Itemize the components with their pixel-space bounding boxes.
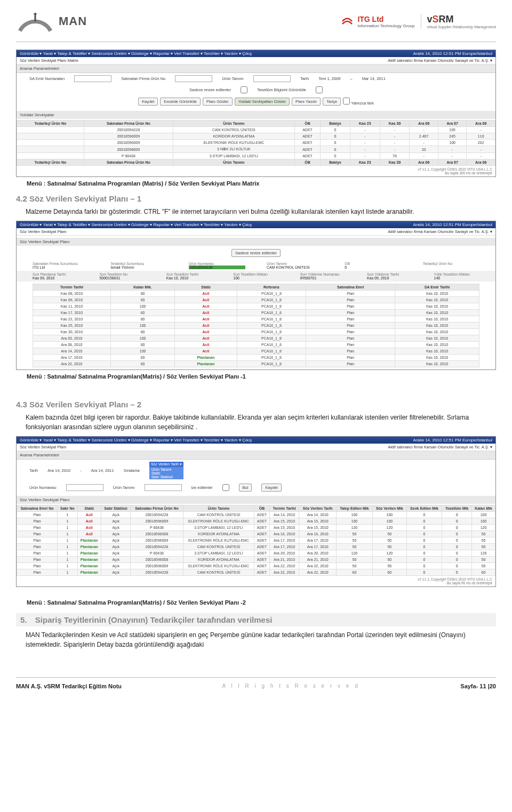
- siralama-label: Sıralama: [124, 468, 140, 473]
- app-menu[interactable]: Görüntüle ▾ Yarat ▾ Talep & Teklifler ▾ …: [20, 51, 252, 56]
- bul-button[interactable]: Bul: [239, 484, 252, 492]
- urun-tan-label: Ürün Tanımı: [113, 485, 135, 490]
- table-row: Plan1PlanlananAçık20018594228CAM KONTROL…: [17, 569, 495, 576]
- footer-right: Sayfa- 11 |20: [460, 683, 496, 689]
- sa-emir-label: SA Emir Numaraları: [29, 76, 65, 81]
- kaydet-button[interactable]: Kaydet: [261, 484, 281, 492]
- column-header: Söz Verilen Mik: [372, 505, 406, 512]
- urun-num-input[interactable]: [66, 484, 103, 491]
- column-header: Ara 06: [410, 120, 438, 127]
- screenshot-1: Görüntüle ▾ Yarat ▾ Talep & Teklifler ▾ …: [16, 50, 496, 177]
- sadece-checkbox[interactable]: [241, 86, 247, 93]
- firm-selector[interactable]: Aktif satınalıcı firma Karsan Otomotiv S…: [388, 229, 492, 234]
- table-row: Plan1AcilAçık20018594228CAM KONTROL ÜNİT…: [17, 512, 495, 518]
- table-row: 20018596009ELEKTRONİK RÖLE KUTUSU-EMCADE…: [17, 140, 495, 146]
- section-5-title: Sipariş Teyitlerinin (Onayının) Tedarikç…: [35, 615, 273, 624]
- tarih-to: Mar 14, 2011: [362, 76, 386, 81]
- itg-swoosh-icon: [340, 14, 354, 28]
- table-row: Plan1AcilAçıkP 804383.STOP LAMBASI, 12 L…: [17, 525, 495, 531]
- app-clock: Aralık 14, 2010 12:51 PM Europe/Istanbul: [413, 438, 492, 443]
- plan-detail-table: Termin TarihiKalan Mik.StatüReferansSatı…: [33, 284, 479, 367]
- firm-selector[interactable]: Aktif satınalıcı firma Karsan Otomotiv S…: [388, 445, 492, 449]
- column-header: Satınalma Emri No: [17, 505, 58, 512]
- toolbar-button[interactable]: Planı Göster: [203, 98, 233, 106]
- sort-option[interactable]: Statü: [151, 471, 181, 475]
- copyright-line: v7.11.1, Copyright ©2001-2010 VITG USA L…: [20, 167, 492, 171]
- column-header: Ürün Tanımı: [173, 120, 294, 127]
- yalnizca-checkbox[interactable]: [343, 98, 350, 104]
- toolbar-button[interactable]: Kaydet: [138, 98, 158, 106]
- app-menu[interactable]: Görüntüle ▾ Yarat ▾ Talep & Teklifler ▾ …: [20, 222, 252, 227]
- man-arc-icon: [16, 10, 54, 33]
- section-5-heading: 5. Sipariş Teyitlerinin (Onayının) Tedar…: [16, 613, 496, 626]
- table-row: Kas 22, 201080AcilPCA16_1_8PlanKas 10, 2…: [33, 316, 479, 323]
- table-row: Kas 25, 2010100AcilPCA16_1_8PlanKas 10, …: [33, 323, 479, 329]
- urun-tanimi-label: Ürün Tanımı: [222, 76, 244, 81]
- column-header: Ara 07: [438, 120, 467, 127]
- table-row: 20018594228CAM KONTROL ÜNİTESİADET0---19…: [17, 127, 495, 133]
- caption-3: Menü : Satınalma/ Satınalma Programları(…: [27, 599, 496, 606]
- vsrm-subline: virtual Supplier Relationship Management: [427, 25, 496, 29]
- man-logo: MAN: [16, 10, 87, 33]
- section-yoldaki: Yoldaki Sevkiyalar: [17, 111, 495, 119]
- table-row: Ara 14, 2010100AcilPCA16_1_8PlanKas 10, …: [33, 348, 479, 355]
- tarih-label: Tarih: [300, 76, 309, 81]
- sat-firma-input[interactable]: [175, 75, 212, 82]
- table-row: Kas 09, 201060AcilPCA16_1_8PlanKas 10, 2…: [33, 297, 479, 303]
- section-5-num: 5.: [20, 615, 27, 624]
- toolbar-button[interactable]: Planı Yazdır: [292, 98, 321, 106]
- column-header: ÖB: [254, 505, 269, 512]
- app-menu[interactable]: Görüntüle ▾ Yarat ▾ Talep & Teklifler ▾ …: [20, 438, 252, 443]
- table-row: Kas 08, 201080AcilPCA16_1_8PlanKas 10, 2…: [33, 291, 479, 297]
- column-header: Bakiye: [321, 120, 350, 127]
- column-header: Statü: [175, 284, 237, 291]
- toolbar-button[interactable]: Excelde Görüntüle: [160, 98, 201, 106]
- section-5-body: MAN Tedarikçilerinden Kesin ve Acil stat…: [26, 631, 496, 649]
- sort-option[interactable]: Ürün Tanımı: [151, 468, 181, 471]
- toolbar-button[interactable]: Yoldaki Sevkiyatları Göster: [235, 98, 290, 106]
- plan-summary-table: Satınalma Emri NoSatır NoStatüSatır Stat…: [17, 505, 495, 576]
- sort-option[interactable]: Satır Statüsü: [151, 475, 181, 479]
- table-row: Kas 30, 201080AcilPCA16_1_8PlanKas 10, 2…: [33, 329, 479, 335]
- table-row: P 804383.STOP LAMBASI, 12 LED'LİADET0-78…: [17, 153, 495, 159]
- table-row: Plan1PlanlananAçıkP 804383.STOP LAMBASI,…: [17, 550, 495, 557]
- column-header: ÖB: [294, 120, 320, 127]
- breadcrumb: Söz Verilen Sevkiyat Planı: [20, 445, 67, 449]
- firm-selector[interactable]: Aktif satınalıcı firma Karsan Otomotiv S…: [388, 58, 492, 63]
- render-time: Bu sayfa 96 ms de üretilmiştir: [20, 581, 492, 585]
- sort-options[interactable]: Ürün TanımıStatüSatır Statüsü: [149, 467, 183, 479]
- table-row: 20018596009KORİDOR AYDINLATMAADET0--2.40…: [17, 133, 495, 140]
- section-4-2-body: Malzeme Detayında farklı bir gösterimdir…: [26, 207, 496, 216]
- column-header: Satınalma Emri: [306, 284, 395, 291]
- caption-2: Menü : Satınalma/ Satınalma Programları(…: [27, 373, 496, 380]
- column-header: Kas 30: [380, 120, 410, 127]
- tarih-from: Tem 1, 2009: [318, 76, 340, 81]
- column-header: Termin Tarihi: [33, 284, 111, 291]
- table-row: Ara 03, 2010100AcilPCA16_1_8PlanKas 10, …: [33, 335, 479, 342]
- urun-tan-input[interactable]: [145, 484, 182, 491]
- section-4-2-heading: 4.2 Söz Verilen Sevkiyat Planı – 1: [16, 194, 496, 203]
- sort-select[interactable]: Söz Verilen Tarih ▾: [149, 462, 183, 467]
- column-header: Söz Verilen Tarih: [299, 505, 337, 512]
- sa-emir-input[interactable]: [74, 75, 111, 82]
- partner-logos: ITG Ltd Information Technology Group vSR…: [340, 14, 496, 29]
- tesellum-checkbox[interactable]: [316, 86, 323, 93]
- sadece-revize-button[interactable]: Sadece revize edilenler: [231, 249, 281, 257]
- screenshot-2: Görüntüle ▾ Yarat ▾ Talep & Teklifler ▾ …: [16, 221, 496, 370]
- column-header: Referans: [237, 284, 306, 291]
- table-row: Ara 22, 201060PlanlananPCA16_1_8PlanKas …: [33, 361, 479, 367]
- sat-firma-label: Satınalan Firma Ürün No: [121, 76, 165, 81]
- table-row: Plan1PlanlananAçık20018596009ELEKTRONİK …: [17, 563, 495, 569]
- ize-checkbox[interactable]: [222, 484, 229, 491]
- sadece-label: Sadece revize edilenler: [189, 87, 231, 92]
- section-4-3-body: Kalem bazında özet bilgi içeren bir rapo…: [26, 413, 496, 432]
- column-header: Tesellüm Mik: [442, 505, 472, 512]
- header-divider: [16, 42, 496, 42]
- table-row: Kas 11, 2010100AcilPCA16_1_8PlanKas 10, …: [33, 303, 479, 310]
- copyright-line: v7.11.1, Copyright ©2001-2010 VITG USA L…: [20, 577, 492, 581]
- table-row: Ara 08, 201080AcilPCA16_1_8PlanKas 10, 2…: [33, 342, 479, 348]
- section-plan: Söz Verilen Sevkiyat Planı: [17, 496, 495, 504]
- filter-panel-title: Arama Parametreleri: [17, 451, 495, 460]
- toolbar-button[interactable]: Tariçe: [323, 98, 341, 106]
- urun-tanimi-input[interactable]: [253, 75, 291, 82]
